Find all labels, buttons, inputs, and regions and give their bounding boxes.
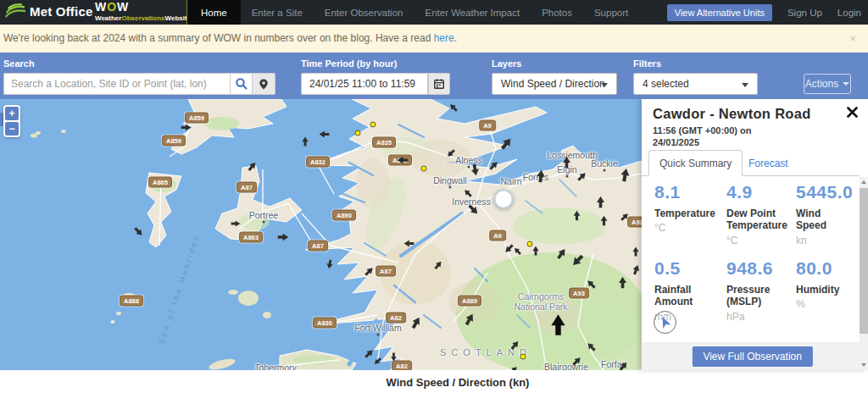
zoom-in-button[interactable]: + — [5, 107, 19, 120]
sign-up-link[interactable]: Sign Up — [787, 8, 822, 18]
wind-arrow-icon[interactable] — [509, 340, 520, 351]
wind-arrow-icon[interactable] — [547, 313, 570, 336]
weather-map[interactable]: Sea of the Hebrides + − PortreeAlnessDin… — [0, 99, 642, 370]
calendar-button[interactable] — [428, 73, 450, 95]
wind-arrow-icon[interactable] — [560, 156, 573, 169]
nav-item-enter-a-site[interactable]: Enter a Site — [241, 0, 314, 25]
wind-arrow-icon[interactable] — [598, 215, 609, 226]
wind-arrow-icon[interactable] — [463, 313, 476, 326]
wind-arrow-icon[interactable] — [364, 266, 375, 277]
selected-station-marker[interactable] — [494, 190, 514, 209]
wind-arrow-icon[interactable] — [325, 259, 335, 269]
wind-arrow-icon[interactable] — [469, 163, 481, 176]
wind-arrow-icon[interactable] — [446, 148, 456, 158]
layers-selected-value: Wind Speed / Direction — [501, 78, 605, 90]
wind-arrow-icon[interactable] — [448, 102, 459, 113]
wind-arrow-icon[interactable] — [181, 122, 192, 133]
top-navbar: Met Office WOW WeatherObservationsWebsit… — [0, 0, 868, 25]
met-office-logo[interactable]: Met Office — [4, 3, 93, 19]
tab-forecast[interactable]: Forecast — [737, 150, 800, 176]
wind-arrow-icon[interactable] — [618, 168, 632, 182]
nav-item-support[interactable]: Support — [583, 0, 639, 25]
wind-arrow-icon[interactable] — [247, 161, 258, 172]
wind-arrow-icon[interactable] — [397, 154, 409, 166]
wind-arrow-icon[interactable] — [463, 188, 473, 198]
panel-footer: View Full Observation — [642, 342, 868, 370]
banner-close-icon[interactable]: × — [849, 32, 856, 45]
wind-arrow-icon[interactable] — [319, 129, 330, 140]
wind-arrow-icon[interactable] — [531, 246, 541, 256]
brand-name: Met Office — [30, 4, 93, 19]
tab-quick-summary[interactable]: Quick Summary — [648, 150, 743, 176]
nav-item-enter-observation[interactable]: Enter Observation — [314, 0, 415, 25]
layers-select[interactable]: Wind Speed / Direction — [492, 73, 617, 95]
wind-arrow-icon[interactable] — [513, 246, 522, 256]
nav-item-home[interactable]: Home — [187, 0, 241, 25]
station-dot[interactable] — [370, 122, 376, 128]
map-place-label: Portree — [249, 210, 278, 220]
wind-arrow-icon[interactable] — [488, 160, 499, 171]
wind-arrow-icon[interactable] — [534, 169, 548, 183]
login-link[interactable]: Login — [837, 8, 861, 18]
station-dot[interactable] — [355, 130, 361, 136]
search-icon — [235, 77, 248, 91]
wind-arrow-icon[interactable] — [631, 246, 641, 257]
wind-arrow-icon[interactable] — [571, 210, 582, 221]
wind-arrow-icon[interactable] — [499, 136, 514, 151]
observation-time: 11:56 (GMT +00:00) on — [653, 125, 751, 136]
metric-label: Rainfall Amount — [654, 284, 726, 308]
wind-arrow-icon[interactable] — [433, 260, 443, 270]
wind-arrow-icon[interactable] — [594, 196, 607, 208]
wind-arrow-icon[interactable] — [570, 253, 585, 268]
station-dot[interactable] — [421, 166, 427, 172]
station-dot[interactable] — [527, 241, 533, 247]
wind-arrow-icon[interactable] — [277, 231, 289, 243]
metric-value: 0.5 — [654, 258, 726, 279]
wind-arrow-icon[interactable] — [373, 357, 382, 366]
wind-arrow-icon[interactable] — [586, 341, 597, 352]
legend-bar: Wind Speed / Direction (kn) — [0, 370, 868, 393]
wind-arrow-icon[interactable] — [620, 212, 630, 222]
station-dot[interactable] — [520, 354, 526, 360]
nav-item-enter-weather-impact[interactable]: Enter Weather Impact — [414, 0, 531, 25]
banner-blog-link[interactable]: here — [434, 32, 454, 44]
metric-cell: 4.9Dew Point Temperature°C — [726, 182, 796, 246]
metric-unit: kn — [796, 235, 851, 246]
time-period-input[interactable]: 24/01/25 11:00 to 11:59 — [301, 73, 428, 95]
wind-arrow-icon[interactable] — [133, 226, 144, 237]
wind-arrow-icon[interactable] — [509, 365, 519, 370]
wind-arrow-icon[interactable] — [300, 136, 310, 147]
scrollbar-thumb[interactable] — [860, 188, 868, 334]
wind-arrow-icon[interactable] — [467, 203, 480, 216]
locate-me-button[interactable] — [253, 73, 275, 95]
view-full-observation-button[interactable]: View Full Observation — [692, 346, 813, 367]
road-badge: A835 — [372, 137, 396, 148]
wind-arrow-icon[interactable] — [403, 238, 415, 249]
wind-arrow-icon[interactable] — [409, 316, 423, 329]
scroll-down-icon[interactable] — [861, 363, 866, 367]
actions-button[interactable]: Actions — [804, 74, 851, 94]
chevron-down-icon — [601, 83, 608, 87]
wind-arrow-icon[interactable] — [576, 171, 587, 182]
search-input[interactable] — [4, 74, 230, 94]
metric-cell: 8.1Temperature°C — [654, 182, 726, 246]
wind-arrow-icon[interactable] — [616, 276, 629, 289]
close-icon[interactable] — [847, 106, 858, 121]
wow-logo[interactable]: WOW WeatherObservationsWebsite — [95, 1, 191, 22]
wind-arrow-icon[interactable] — [586, 279, 597, 290]
view-alternative-units-button[interactable]: View Alternative Units — [667, 4, 772, 21]
wind-arrow-icon[interactable] — [618, 361, 629, 371]
nav-item-photos[interactable]: Photos — [531, 0, 583, 25]
zoom-out-button[interactable]: − — [5, 122, 19, 136]
wind-arrow-icon[interactable] — [571, 356, 582, 367]
wind-arrow-icon[interactable] — [631, 264, 642, 275]
panel-scrollbar[interactable] — [860, 177, 868, 370]
search-button[interactable] — [230, 73, 253, 95]
map-place-label: Tobermory — [254, 363, 297, 370]
filters-select[interactable]: 4 selected — [633, 73, 758, 95]
wind-arrow-icon[interactable] — [389, 352, 398, 362]
wind-arrow-icon[interactable] — [555, 247, 568, 260]
scroll-up-icon[interactable] — [861, 180, 866, 184]
wind-arrow-icon[interactable] — [231, 219, 241, 229]
town-marker — [377, 334, 380, 336]
